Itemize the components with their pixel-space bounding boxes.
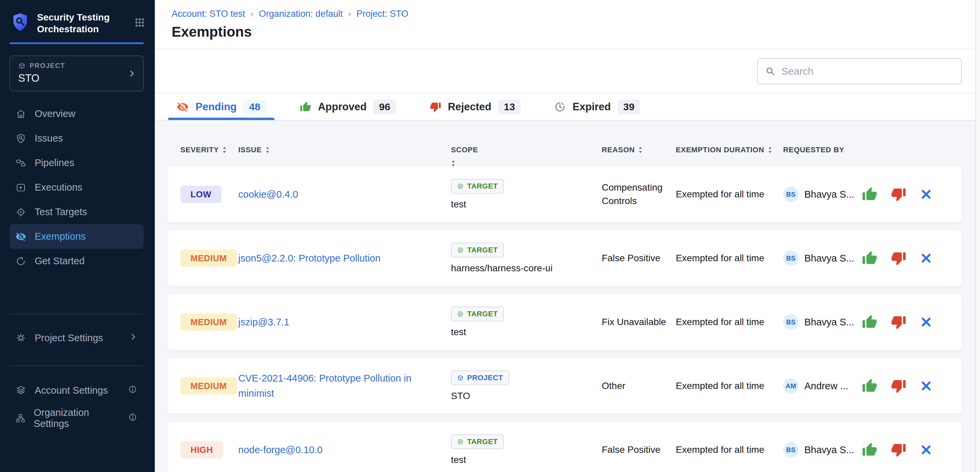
column-header-severity[interactable]: SEVERITY bbox=[180, 146, 227, 154]
exemption-row: MEDIUM CVE-2021-44906: Prototype Polluti… bbox=[167, 358, 962, 414]
project-selector[interactable]: PROJECT STO bbox=[10, 55, 144, 92]
severity-badge: HIGH bbox=[180, 442, 223, 459]
duration-cell: Exempted for all time bbox=[676, 443, 764, 456]
close-icon bbox=[920, 443, 932, 456]
sidebar-item-label: Executions bbox=[35, 182, 83, 193]
search-input[interactable] bbox=[781, 65, 954, 77]
vertical-scrollbar[interactable] bbox=[975, 0, 980, 472]
sidebar-footer-1: Project Settings bbox=[0, 326, 155, 350]
duration-text: Exempted for all time bbox=[676, 317, 764, 327]
main-content: Account: STO test›Organization: default›… bbox=[155, 0, 980, 472]
column-header-label: REQUESTED BY bbox=[783, 146, 845, 154]
sidebar-item-test-targets[interactable]: Test Targets bbox=[10, 200, 144, 224]
severity-cell: LOW bbox=[180, 186, 221, 203]
reason-cell: False Positive bbox=[602, 443, 673, 456]
requested-by-cell: BS Bhavya S... bbox=[783, 187, 854, 202]
sidebar-item-label: Project Settings bbox=[35, 333, 103, 344]
tab-label: Approved bbox=[318, 101, 367, 113]
table-header-row: SEVERITY ISSUE SCOPE REASON EXEMPTION DU… bbox=[167, 121, 962, 166]
sidebar-item-get-started[interactable]: Get Started bbox=[10, 249, 144, 273]
app-window: Security Testing Orchestration PROJECT S… bbox=[0, 0, 980, 472]
requester-name: Bhavya S... bbox=[804, 189, 854, 200]
project-selector-label: PROJECT bbox=[30, 62, 65, 70]
approve-button[interactable] bbox=[862, 442, 877, 458]
target-icon bbox=[16, 207, 26, 217]
target-scope-icon bbox=[457, 439, 464, 445]
sidebar-item-overview[interactable]: Overview bbox=[10, 101, 144, 126]
duration-cell: Exempted for all time bbox=[676, 252, 764, 265]
approve-button[interactable] bbox=[862, 250, 877, 266]
duration-text: Exempted for all time bbox=[676, 253, 764, 263]
thumb-up-icon bbox=[862, 314, 877, 330]
sidebar-item-pipelines[interactable]: Pipelines bbox=[10, 150, 144, 175]
avatar: BS bbox=[783, 250, 799, 266]
cube-icon bbox=[457, 374, 464, 381]
cancel-button[interactable] bbox=[920, 380, 932, 392]
scope-type-chip: TARGET bbox=[451, 307, 504, 322]
close-icon bbox=[920, 316, 932, 328]
sort-icon bbox=[768, 146, 772, 154]
reason-text: Compensating Controls bbox=[602, 182, 663, 206]
app-switcher-grid-icon[interactable] bbox=[135, 17, 145, 28]
cancel-button[interactable] bbox=[920, 252, 932, 265]
sidebar-item-organization-settings[interactable]: Organization Settings bbox=[10, 406, 144, 430]
reject-button[interactable] bbox=[891, 378, 906, 394]
tab-approved[interactable]: Approved 96 bbox=[291, 93, 404, 120]
exemption-row: HIGH node-forge@0.10.0 TARGET test False… bbox=[167, 422, 962, 472]
sidebar-item-executions[interactable]: Executions bbox=[10, 175, 144, 200]
reject-button[interactable] bbox=[891, 187, 906, 202]
close-icon bbox=[920, 380, 932, 392]
cancel-button[interactable] bbox=[920, 188, 932, 201]
sidebar-item-exemptions[interactable]: Exemptions bbox=[10, 224, 144, 249]
tab-pending[interactable]: Pending 48 bbox=[168, 93, 275, 120]
exemption-row: LOW cookie@0.4.0 TARGET test Compensatin… bbox=[167, 166, 962, 222]
cancel-button[interactable] bbox=[920, 443, 932, 456]
org-icon bbox=[16, 413, 25, 424]
executions-icon bbox=[16, 182, 26, 193]
reject-button[interactable] bbox=[891, 250, 906, 266]
scope-name: test bbox=[451, 327, 466, 337]
sidebar-item-issues[interactable]: Issues bbox=[10, 126, 144, 150]
sidebar-item-account-settings[interactable]: Account Settings bbox=[10, 378, 144, 402]
avatar: BS bbox=[783, 442, 799, 458]
breadcrumb: Account: STO test›Organization: default›… bbox=[172, 9, 962, 19]
column-header-issue[interactable]: ISSUE bbox=[238, 146, 444, 154]
thumb-up-icon bbox=[862, 378, 877, 394]
tab-rejected[interactable]: Rejected 13 bbox=[422, 93, 530, 120]
approve-button[interactable] bbox=[862, 378, 877, 394]
get-started-icon bbox=[16, 256, 26, 267]
approve-button[interactable] bbox=[862, 314, 877, 330]
issue-link[interactable]: node-forge@0.10.0 bbox=[238, 444, 322, 455]
column-header-label: EXEMPTION DURATION bbox=[676, 146, 764, 154]
column-header-scope[interactable]: SCOPE bbox=[451, 146, 478, 167]
issue-link[interactable]: json5@2.2.0: Prototype Pollution bbox=[238, 253, 380, 264]
tab-expired[interactable]: Expired 39 bbox=[546, 93, 649, 120]
breadcrumb-link-1[interactable]: Organization: default bbox=[259, 9, 343, 19]
issue-link[interactable]: jszip@3.7.1 bbox=[238, 317, 290, 328]
reject-button[interactable] bbox=[891, 314, 906, 330]
reason-cell: Compensating Controls bbox=[602, 181, 673, 208]
reject-button[interactable] bbox=[891, 442, 906, 458]
requester-name: Andrew ... bbox=[804, 380, 848, 392]
approve-button[interactable] bbox=[862, 187, 877, 202]
scope-type-label: TARGET bbox=[467, 437, 498, 446]
thumb-down-icon bbox=[891, 187, 906, 202]
chevron-right-icon bbox=[129, 333, 138, 341]
requested-by-cell: BS Bhavya S... bbox=[783, 314, 854, 330]
scope-type-chip: TARGET bbox=[451, 179, 504, 194]
column-header-exemption-duration[interactable]: EXEMPTION DURATION bbox=[676, 146, 772, 154]
search-icon bbox=[765, 66, 775, 76]
scope-type-chip: TARGET bbox=[451, 434, 504, 449]
cancel-button[interactable] bbox=[920, 316, 932, 328]
issue-link[interactable]: CVE-2021-44906: Prototype Pollution in m… bbox=[238, 373, 411, 399]
breadcrumb-link-0[interactable]: Account: STO test bbox=[172, 9, 245, 19]
column-header-reason[interactable]: REASON bbox=[602, 146, 673, 154]
sidebar-item-project-settings[interactable]: Project Settings bbox=[10, 326, 144, 350]
issue-link[interactable]: cookie@0.4.0 bbox=[238, 189, 298, 200]
pipelines-icon bbox=[16, 158, 26, 168]
breadcrumb-link-2[interactable]: Project: STO bbox=[356, 9, 408, 19]
sidebar-item-label: Get Started bbox=[35, 255, 84, 267]
scope-cell: TARGET test bbox=[451, 434, 504, 465]
info-icon bbox=[127, 384, 138, 394]
tab-count-badge: 39 bbox=[617, 100, 640, 114]
